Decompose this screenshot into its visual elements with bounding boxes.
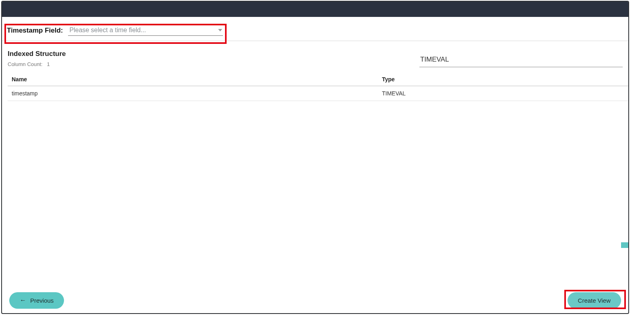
column-count: Column Count: 1 xyxy=(8,61,410,67)
dialog-topbar xyxy=(2,2,628,17)
timestamp-field-label: Timestamp Field: xyxy=(7,27,63,35)
indexed-structure-title: Indexed Structure xyxy=(8,50,410,58)
table-cell-name: timestamp xyxy=(12,90,382,97)
dialog-footer: ← Previous Create View xyxy=(2,287,628,313)
arrow-left-icon: ← xyxy=(20,297,26,303)
timestamp-field-placeholder: Please select a time field... xyxy=(70,27,146,33)
column-count-value: 1 xyxy=(47,61,50,67)
previous-button-label: Previous xyxy=(30,297,54,304)
chevron-down-icon xyxy=(218,29,222,31)
dialog-frame: Timestamp Field: Please select a time fi… xyxy=(1,1,629,314)
table-header-name: Name xyxy=(12,76,382,83)
create-view-button[interactable]: Create View xyxy=(568,292,621,309)
timestamp-field-select[interactable]: Please select a time field... xyxy=(68,25,223,36)
right-value-display: TIMEVAL xyxy=(419,56,623,67)
scroll-indicator xyxy=(621,242,628,248)
timestamp-field-row: Timestamp Field: Please select a time fi… xyxy=(2,17,628,41)
create-view-button-label: Create View xyxy=(578,297,611,304)
content-area: Indexed Structure Column Count: 1 Name T… xyxy=(2,41,628,101)
right-pane: TIMEVAL xyxy=(419,50,623,101)
left-pane: Indexed Structure Column Count: 1 Name T… xyxy=(8,50,410,101)
column-count-label: Column Count: xyxy=(8,61,43,67)
previous-button[interactable]: ← Previous xyxy=(9,292,64,309)
